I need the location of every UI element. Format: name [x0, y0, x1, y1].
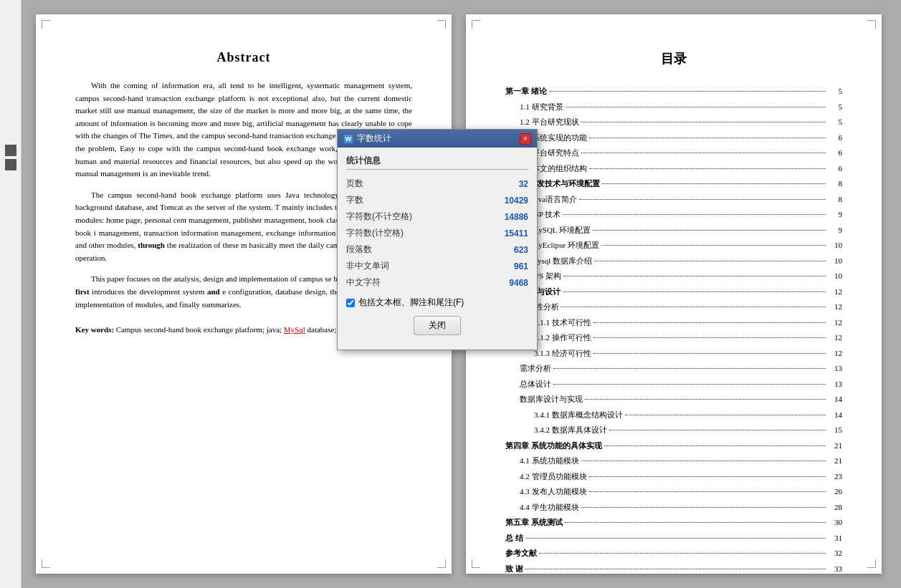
toc-label: 4.2 管理员功能模块 — [505, 471, 828, 483]
toc-label: 参考文献 — [505, 547, 828, 559]
toc-label: 3.4.1 数据库概念结构设计 — [505, 409, 828, 421]
dialog-stat-row: 字符数(计空格) 15411 — [346, 225, 528, 241]
dialog-close-btn[interactable]: 关闭 — [414, 316, 461, 335]
stat-label: 字符数(计空格) — [346, 227, 404, 239]
svg-rect-1 — [6, 150, 15, 151]
toc-page-num: 28 — [828, 501, 842, 514]
toc-page-num: 12 — [828, 317, 842, 329]
toc-entry: 4.1 系统功能模块 21 — [505, 455, 842, 467]
dialog-stat-row: 非中文单词 961 — [346, 258, 528, 274]
toc-entry: 2.5 mysql 数据库介绍 10 — [505, 255, 842, 267]
toc-label: 4.1 系统功能模块 — [505, 455, 828, 467]
stat-value: 32 — [492, 179, 528, 189]
toc-page-num: 12 — [828, 332, 842, 344]
corner-bl — [42, 559, 50, 568]
stat-label: 字符数(不计空格) — [346, 211, 412, 223]
dialog-stat-row: 字数 10429 — [346, 192, 528, 208]
toc-label: 第一章 绪论 — [505, 85, 828, 97]
sidebar-arrow-icon[interactable] — [5, 159, 16, 170]
toc-page-num: 12 — [828, 286, 842, 298]
toc-label: 2.2 JSP 技术 — [505, 208, 828, 221]
word-count-dialog: W 字数统计 × 统计信息 页数 32 字数 10429 字符数(不计空格) 1… — [337, 129, 538, 350]
toc-entry: 可行性分析 12 — [505, 301, 842, 313]
toc-page-num: 26 — [828, 486, 842, 498]
toc-entry: 3.1.1 技术可行性 12 — [505, 317, 842, 329]
toc-label: 第四章 系统功能的具体实现 — [505, 440, 828, 452]
toc-page-num: 8 — [828, 178, 842, 190]
corner-tr — [437, 20, 446, 29]
toc-entry: 系统分析与设计 12 — [505, 286, 842, 298]
toc-page-num: 13 — [828, 378, 842, 390]
corner-br — [437, 559, 446, 568]
toc-label: 致 谢 — [505, 563, 828, 575]
corner-tr — [867, 20, 876, 29]
toc-label: 2.4 MyEclipse 环境配置 — [505, 239, 828, 251]
stat-value: 14886 — [492, 212, 528, 222]
toc-label: 1.2 平台研究现状 — [505, 116, 828, 128]
svg-rect-2 — [6, 152, 12, 153]
toc-label: 3.4.2 数据库具体设计 — [505, 424, 828, 436]
dialog-stat-row: 字符数(不计空格) 14886 — [346, 208, 528, 225]
toc-entry: 1.3 系统实现的功能 6 — [505, 132, 842, 144]
toc-page-num: 6 — [828, 147, 842, 159]
toc-entry: 1.4 平台研究特点 6 — [505, 147, 842, 159]
keywords-label: Key words: — [75, 325, 114, 334]
toc-page-num: 12 — [828, 301, 842, 313]
toc-label: 1.4 平台研究特点 — [505, 147, 828, 159]
dialog-stat-row: 页数 32 — [346, 175, 528, 192]
corner-tl — [42, 20, 50, 29]
toc-page-num: 21 — [828, 440, 842, 452]
dialog-footer: 关闭 — [346, 312, 528, 342]
keywords-text: Campus second-hand book exchange platfor… — [116, 325, 284, 334]
include-textbox-checkbox[interactable] — [346, 299, 355, 307]
toc-page-num: 9 — [828, 224, 842, 236]
toc-label: 1.1 研究背景 — [505, 101, 828, 113]
dialog-body: 统计信息 页数 32 字数 10429 字符数(不计空格) 14886 字符数(… — [338, 148, 537, 350]
toc-entry: 3.1.3 经济可行性 12 — [505, 347, 842, 360]
toc-entry: 2.4 MyEclipse 环境配置 10 — [505, 239, 842, 251]
toc-entry: 第一章 绪论 5 — [505, 85, 842, 97]
toc-page-num: 21 — [828, 455, 842, 467]
toc-entry: 4.2 管理员功能模块 23 — [505, 471, 842, 483]
toc-label: 数据库设计与实现 — [505, 393, 828, 405]
toc-entry: 需求分析 13 — [505, 362, 842, 375]
dialog-close-button[interactable]: × — [520, 133, 531, 145]
document-area: Abstract With the coming of information … — [22, 0, 901, 588]
toc-page-num: 23 — [828, 471, 842, 483]
toc-entry: 第四章 系统功能的具体实现 21 — [505, 440, 842, 452]
toc-page-num: 10 — [828, 239, 842, 251]
toc-page-num: 12 — [828, 347, 842, 360]
stat-value: 15411 — [492, 228, 528, 238]
toc-page-num: 32 — [828, 547, 842, 559]
dialog-title: 字数统计 — [357, 132, 391, 145]
dialog-stat-row: 中文字符 9468 — [346, 274, 528, 291]
toc-page-num: 15 — [828, 424, 842, 436]
sidebar-icon[interactable] — [5, 145, 16, 156]
toc-page-num: 31 — [828, 532, 842, 544]
toc-label: 2.5 mysql 数据库介绍 — [505, 255, 828, 267]
toc-page-num: 5 — [828, 101, 842, 113]
dialog-titlebar: W 字数统计 × — [338, 130, 537, 148]
toc-page-num: 10 — [828, 255, 842, 267]
stat-label: 页数 — [346, 178, 363, 190]
toc-page-num: 9 — [828, 208, 842, 221]
toc-entry: 1.2 平台研究现状 5 — [505, 116, 842, 128]
toc-label: 第五章 系统测试 — [505, 516, 828, 529]
toc-label: 3.1.1 技术可行性 — [505, 317, 828, 329]
toc-entry: 3.1.2 操作可行性 12 — [505, 332, 842, 344]
toc-entry: 2.1 Java语言简介 8 — [505, 193, 842, 206]
toc-entry: 总 结 31 — [505, 532, 842, 544]
corner-br — [867, 559, 876, 568]
toc-entry: 4.3 发布人功能模块 26 — [505, 486, 842, 498]
toc-page-num: 6 — [828, 163, 842, 175]
svg-rect-0 — [6, 147, 15, 148]
stat-value: 961 — [492, 261, 528, 271]
toc-page-num: 33 — [828, 563, 842, 575]
toc-entry: 2.2 JSP 技术 9 — [505, 208, 842, 221]
toc-label: 2.6 B/S 架构 — [505, 270, 828, 282]
abstract-title: Abstract — [75, 50, 412, 65]
checkbox-label[interactable]: 包括文本框、脚注和尾注(F) — [358, 297, 464, 309]
toc-label: 系统分析与设计 — [505, 286, 828, 298]
dialog-section-title: 统计信息 — [346, 155, 528, 170]
toc-label: 1.3 系统实现的功能 — [505, 132, 828, 144]
